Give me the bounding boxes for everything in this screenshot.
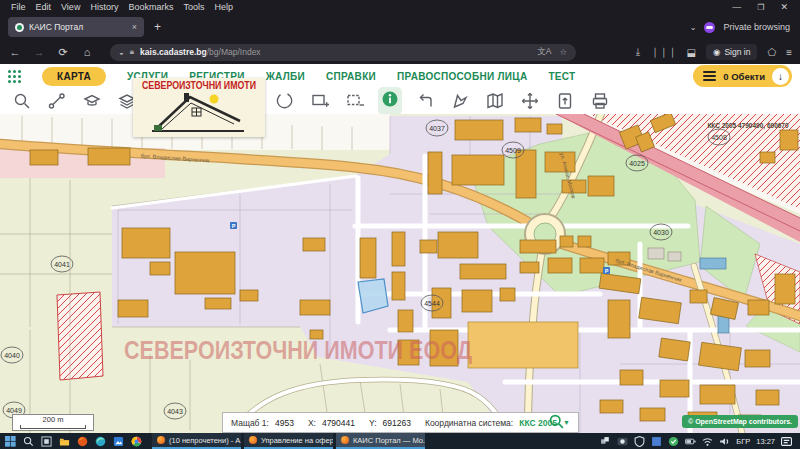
url-host: kais.cadastre.bg <box>140 47 207 57</box>
tray-overflow-icon[interactable] <box>600 436 611 447</box>
building <box>700 258 726 269</box>
previous-extent-icon[interactable] <box>415 91 435 111</box>
menu-help[interactable]: Help <box>209 2 238 12</box>
library-icon[interactable]: ｜｜｜ <box>650 45 676 59</box>
photos-app-icon[interactable] <box>113 436 124 447</box>
forward-icon[interactable]: → <box>32 46 46 58</box>
building <box>30 150 58 165</box>
building <box>398 310 413 332</box>
cursor-coordinates: ККС 2005 4790490, 690670 <box>707 122 789 130</box>
svg-text:P: P <box>232 223 236 229</box>
sitenav-item-4[interactable]: СПРАВКИ <box>326 71 376 82</box>
tray-camera-icon[interactable] <box>617 436 628 447</box>
maximize-button[interactable]: ❐ <box>757 3 764 12</box>
identify-layers-icon[interactable] <box>82 91 102 111</box>
building <box>205 298 231 309</box>
taskbar-window-0[interactable]: (10 непрочетени) - А... <box>152 433 241 449</box>
url-bar[interactable]: ◒ 🔒︎ kais.cadastre.bg/bg/Map/Index 文A ☆ <box>110 44 576 61</box>
taskbar-search-icon[interactable] <box>23 436 34 447</box>
task-view-icon[interactable] <box>41 436 52 447</box>
pan-icon[interactable] <box>520 91 540 111</box>
tray-green-app-icon[interactable] <box>668 436 679 447</box>
apps-grid-icon[interactable] <box>8 70 21 83</box>
tab-kais-portal[interactable]: КАИС Портал × <box>8 17 144 37</box>
reload-icon[interactable]: ⟳ <box>56 46 70 59</box>
tray-blue-app-icon[interactable] <box>651 436 662 447</box>
building <box>588 176 614 196</box>
firefox-icon[interactable] <box>77 436 88 447</box>
osm-attribution[interactable]: © OpenStreetMap contributors. <box>682 415 798 428</box>
sitenav-item-5[interactable]: ПРАВОСПОСОБНИ ЛИЦА <box>397 71 527 82</box>
select-polygon-icon[interactable] <box>450 91 470 111</box>
arc-select-icon[interactable] <box>275 91 295 111</box>
app-menu-icon[interactable]: ≡ <box>786 47 792 58</box>
edge-icon[interactable] <box>95 436 106 447</box>
building <box>548 258 572 273</box>
shield-icon[interactable]: ◒ <box>119 48 124 57</box>
parcel-label: 4544 <box>424 300 440 307</box>
building <box>455 120 503 140</box>
parcel-label: 4025 <box>629 160 645 167</box>
sitenav-item-6[interactable]: ТЕСТ <box>548 71 575 82</box>
building <box>452 155 504 185</box>
tab-list-chevron-icon[interactable]: ⌄ <box>690 23 697 32</box>
clock[interactable]: 13:27 <box>756 437 775 446</box>
language-indicator[interactable]: БГР <box>736 437 750 446</box>
signin-button[interactable]: ◉ Sign in <box>706 44 757 60</box>
objects-menu-icon <box>703 71 716 81</box>
extension-icon[interactable]: ⬠ <box>767 47 776 58</box>
map-legend-icon[interactable] <box>485 91 505 111</box>
minimize-button[interactable]: — <box>732 2 741 12</box>
zoom-in-rect-icon[interactable] <box>310 91 330 111</box>
advertiser-logo[interactable]: СЕВЕРОИЗТОЧНИ ИМОТИ <box>133 78 265 137</box>
sitenav-item-3[interactable]: ЖАЛБИ <box>266 71 305 82</box>
building <box>760 152 775 163</box>
bookmark-star-icon[interactable]: ☆ <box>559 47 567 57</box>
chrome-icon[interactable] <box>131 436 142 447</box>
taskbar-window-2[interactable]: КАИС Портал — Mo... <box>336 433 425 449</box>
building <box>150 262 170 275</box>
menu-file[interactable]: File <box>6 2 31 12</box>
start-button-icon[interactable] <box>5 436 16 447</box>
download-objects-icon[interactable]: ↓ <box>772 68 789 85</box>
sitenav-item-0[interactable]: КАРТА <box>42 67 106 86</box>
back-icon[interactable]: ← <box>8 46 22 58</box>
building <box>118 300 148 317</box>
close-button[interactable]: ✕ <box>780 2 788 12</box>
menu-bookmarks[interactable]: Bookmarks <box>123 2 178 12</box>
menu-history[interactable]: History <box>85 2 123 12</box>
building <box>700 385 735 404</box>
zoom-out-rect-icon[interactable] <box>345 91 365 111</box>
sidebar-icon[interactable]: ⬓ <box>687 47 696 58</box>
y-label: Y: <box>369 418 377 428</box>
new-tab-button[interactable]: + <box>154 20 161 34</box>
map-viewport[interactable]: 4037450945084025403045444041404040494043… <box>0 114 800 433</box>
print-icon[interactable] <box>590 91 610 111</box>
wifi-icon[interactable] <box>702 436 713 447</box>
search-icon[interactable] <box>12 91 32 111</box>
menu-edit[interactable]: Edit <box>31 2 57 12</box>
parcel-label: 4043 <box>167 408 183 415</box>
export-icon[interactable] <box>555 91 575 111</box>
firefox-window-icon <box>157 436 165 444</box>
parcel-label: 4508 <box>711 134 727 141</box>
taskbar-window-1[interactable]: Управление на офер... <box>244 433 333 449</box>
map-search-icon[interactable] <box>548 413 565 430</box>
building <box>468 322 578 368</box>
measure-icon[interactable] <box>47 91 67 111</box>
tray-shield-icon[interactable] <box>634 436 645 447</box>
building <box>748 300 769 315</box>
translate-icon[interactable]: 文A <box>537 46 551 58</box>
menu-tools[interactable]: Tools <box>178 2 209 12</box>
downloads-icon[interactable]: ⤓ <box>636 46 640 58</box>
lock-icon[interactable]: 🔒︎ <box>130 47 134 57</box>
file-explorer-icon[interactable] <box>59 436 70 447</box>
home-icon[interactable]: ⌂ <box>80 46 94 58</box>
watermark-text: СЕВЕРОИЗТОЧНИ ИМОТИ ЕООД <box>124 335 472 365</box>
info-tool-active[interactable] <box>378 87 402 115</box>
menu-view[interactable]: View <box>56 2 85 12</box>
volume-icon[interactable] <box>719 436 730 447</box>
notifications-icon[interactable] <box>781 436 792 447</box>
tab-close-icon[interactable]: × <box>132 22 137 32</box>
objects-button[interactable]: 0 Обекти ↓ <box>693 65 792 87</box>
